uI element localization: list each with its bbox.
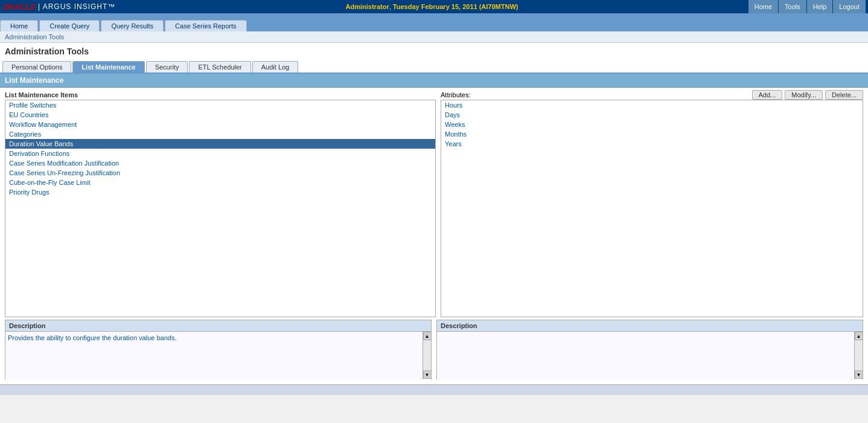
delete-button[interactable]: Delete... <box>825 90 863 100</box>
list-items-area: Profile Switches EU Countries Workflow M… <box>5 100 436 317</box>
date-text: Tuesday February 15, 2011 (AI70MTNW) <box>393 3 519 10</box>
right-desc-panel: Description ▲ ▼ <box>436 320 863 379</box>
list-item-profile-switches[interactable]: Profile Switches <box>5 100 435 110</box>
user-info: Administrator, Tuesday February 15, 2011… <box>115 3 748 10</box>
list-item-workflow[interactable]: Workflow Management <box>5 120 435 129</box>
page-title: Administration Tools <box>5 47 863 56</box>
logout-nav-btn[interactable]: Logout <box>833 0 866 13</box>
scroll-down-arrow[interactable]: ▼ <box>423 370 432 379</box>
list-item-eu-countries[interactable]: EU Countries <box>5 110 435 120</box>
attrs-items-area: Hours Days Weeks Months Years <box>441 100 863 317</box>
panels-header-right: Attributes: Add... Modify... Delete... <box>436 90 863 100</box>
left-desc-label: Description <box>5 320 432 331</box>
left-desc-text: Provides the ability to configure the du… <box>5 332 431 380</box>
tools-nav-btn[interactable]: Tools <box>779 0 806 13</box>
tab-security[interactable]: Security <box>146 61 188 73</box>
top-bar: ORACLE | ARGUS INSIGHT™ Administrator, T… <box>0 0 868 13</box>
tab-etl-scheduler[interactable]: ETL Scheduler <box>189 61 251 73</box>
list-item-duration[interactable]: Duration Value Bands <box>5 139 435 149</box>
list-item-categories[interactable]: Categories <box>5 129 435 139</box>
list-item-cs-mod[interactable]: Case Series Modification Justification <box>5 158 435 168</box>
list-item-derivation[interactable]: Derivation Functions <box>5 149 435 158</box>
modify-button[interactable]: Modify... <box>785 90 823 100</box>
tab-personal-options[interactable]: Personal Options <box>2 61 71 73</box>
right-scroll-down-arrow[interactable]: ▼ <box>855 370 863 379</box>
section-header: List Maintenance <box>0 74 868 88</box>
attr-years[interactable]: Years <box>441 139 863 149</box>
tab-list-maintenance[interactable]: List Maintenance <box>72 61 144 73</box>
attr-days[interactable]: Days <box>441 110 863 120</box>
list-item-cube[interactable]: Cube-on-the-Fly Case Limit <box>5 178 435 187</box>
action-buttons: Add... Modify... Delete... <box>752 90 863 100</box>
description-row: Description Provides the ability to conf… <box>0 320 868 384</box>
oracle-logo: ORACLE <box>2 2 36 11</box>
panels-container: Profile Switches EU Countries Workflow M… <box>0 100 868 317</box>
attr-weeks[interactable]: Weeks <box>441 120 863 129</box>
attr-months[interactable]: Months <box>441 129 863 139</box>
scroll-up-arrow[interactable]: ▲ <box>423 332 432 340</box>
left-desc-scrollbar[interactable]: ▲ ▼ <box>423 332 431 379</box>
help-nav-btn[interactable]: Help <box>807 0 833 13</box>
attr-hours[interactable]: Hours <box>441 100 863 110</box>
tab-audit-log[interactable]: Audit Log <box>252 61 298 73</box>
list-items-header: List Maintenance Items <box>5 91 436 98</box>
page-title-bar: Administration Tools <box>0 43 868 59</box>
add-button[interactable]: Add... <box>752 90 783 100</box>
list-item-priority-drugs[interactable]: Priority Drugs <box>5 187 435 197</box>
user-name: Administrator <box>346 3 389 10</box>
main-nav: Home Create Query Query Results Case Ser… <box>0 13 868 31</box>
right-desc-text <box>437 332 863 380</box>
right-desc-label: Description <box>436 320 863 331</box>
panels-header-row: List Maintenance Items Attributes: Add..… <box>0 88 868 100</box>
argus-insight-text: | ARGUS INSIGHT™ <box>38 2 115 11</box>
right-panel: Hours Days Weeks Months Years <box>436 100 863 317</box>
tab-query-results[interactable]: Query Results <box>101 20 164 31</box>
left-desc-wrapper: Provides the ability to configure the du… <box>5 331 432 379</box>
status-bar <box>0 384 868 395</box>
tab-case-series[interactable]: Case Series Reports <box>165 20 247 31</box>
content-area: List Maintenance Items Attributes: Add..… <box>0 88 868 384</box>
right-desc-scrollbar[interactable]: ▲ ▼ <box>854 332 863 379</box>
right-scroll-up-arrow[interactable]: ▲ <box>855 332 863 340</box>
sub-tabs: Personal Options List Maintenance Securi… <box>0 59 868 74</box>
left-panel: Profile Switches EU Countries Workflow M… <box>5 100 436 317</box>
right-desc-wrapper: ▲ ▼ <box>436 331 863 379</box>
list-item-cs-unfreeze[interactable]: Case Series Un-Freezing Justification <box>5 168 435 178</box>
breadcrumb: Administration Tools <box>0 31 868 43</box>
logo-area: ORACLE | ARGUS INSIGHT™ <box>2 2 115 11</box>
tab-home[interactable]: Home <box>0 20 38 31</box>
left-desc-panel: Description Provides the ability to conf… <box>5 320 432 379</box>
tab-create-query[interactable]: Create Query <box>39 20 100 31</box>
attributes-header-label: Attributes: <box>441 91 471 98</box>
top-nav-buttons: Home Tools Help Logout <box>748 0 866 13</box>
home-nav-btn[interactable]: Home <box>748 0 778 13</box>
